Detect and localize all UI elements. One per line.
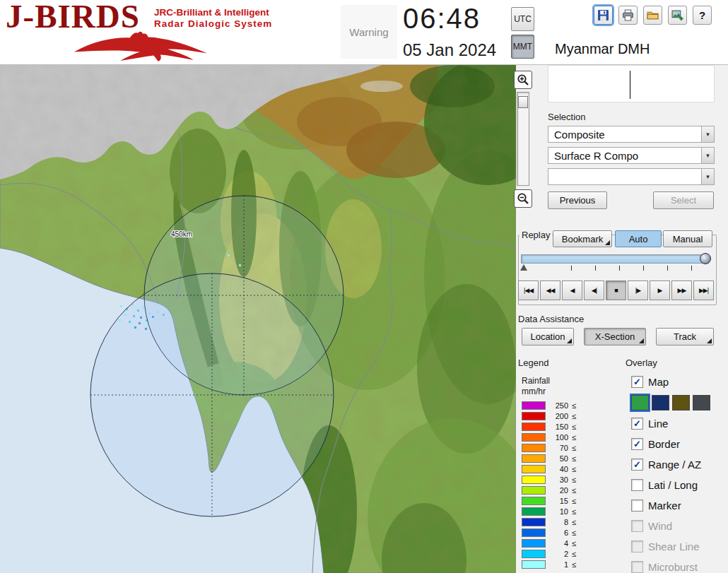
open-folder-button[interactable] [643,6,662,25]
legend-row: 40≤ [522,463,613,474]
map-style-swatch-1[interactable] [652,395,669,410]
da-button-label: X-Section [595,331,635,342]
legend-value: 1 [550,560,568,569]
checkbox[interactable] [631,500,643,512]
legend-swatch [522,433,546,442]
overlay-item-border[interactable]: ✓Border [631,434,723,454]
map-style-swatch-3[interactable] [693,395,710,410]
map-style-swatch-2[interactable] [672,395,690,410]
legend-swatch [522,507,546,516]
bookmark-label: Bookmark [562,234,604,244]
print-button[interactable] [618,6,638,25]
range-label: 450km [171,230,192,238]
legend-rows: 250≤200≤150≤100≤70≤50≤40≤30≤20≤15≤10≤8≤6… [522,400,613,569]
legend-lte-symbol: ≤ [572,550,576,558]
legend-lte-symbol: ≤ [572,465,576,473]
legend-row: 200≤ [522,410,613,421]
legend-row: 150≤ [522,421,613,432]
timeline-start-marker [520,264,527,271]
chevron-down-icon[interactable]: ▼ [701,148,714,163]
playback-button-8[interactable]: ▶▶| [693,280,714,300]
chevron-down-icon[interactable]: ▼ [701,169,714,184]
header-bar: J-BIRDS JRC-Brilliant & Intelligent Rada… [0,0,728,65]
overlay-item-marker[interactable]: Marker [631,495,723,516]
legend-row: 2≤ [522,548,613,559]
overlay-item-line[interactable]: ✓Line [631,413,723,434]
chevron-down-icon[interactable]: ▼ [701,126,714,142]
manual-button[interactable]: Manual [663,230,712,247]
radar-map[interactable]: 450km [0,65,516,573]
slider-tick [619,266,620,271]
legend-row: 8≤ [522,516,613,527]
overlay-item-shear-line: Shear Line [631,536,723,557]
help-button[interactable]: ? [693,6,712,25]
replay-timeline-thumb[interactable] [700,253,711,264]
open-folder-icon [647,9,659,21]
playback-button-3[interactable]: ◀| [584,280,604,300]
legend-lte-symbol: ≤ [572,401,576,410]
da-location-button[interactable]: Location [522,328,574,345]
legend-row: 4≤ [522,538,613,548]
app-logo-subtitle-1: JRC-Brilliant & Intelligent [154,7,269,18]
checked-checkbox[interactable]: ✓ [631,418,643,430]
checked-checkbox[interactable]: ✓ [631,376,643,388]
playback-button-5[interactable]: |▶ [628,280,648,300]
legend-unit-line1: Rainfall [522,376,550,386]
playback-button-7[interactable]: ▶▶ [671,280,692,300]
da-x-section-button[interactable]: X-Section [584,328,646,345]
checkbox[interactable] [631,479,643,491]
legend-value: 2 [550,550,568,558]
mmt-button[interactable]: MMT [511,35,534,59]
checkbox [631,540,643,553]
legend-row: 30≤ [522,474,613,485]
playback-button-2[interactable]: ◀ [562,280,582,300]
legend-swatch [522,475,546,484]
checked-checkbox[interactable]: ✓ [631,438,643,450]
playback-button-1[interactable]: ◀◀ [540,280,560,300]
zoom-out-button[interactable] [514,189,532,208]
warning-indicator[interactable]: Warning [341,5,397,59]
app-logo-subtitle-2: Radar Dialogic System [154,18,272,29]
zoom-in-button[interactable] [514,71,532,89]
slider-tick [571,266,572,271]
auto-button[interactable]: Auto [615,230,662,247]
playback-button-4[interactable]: ■ [606,280,626,300]
clock-time: 06:48 [403,3,481,35]
overlay-item-label: Line [648,418,668,430]
overlay-item-map[interactable]: ✓Map [631,372,723,392]
subproduct-dropdown[interactable]: Surface R Compo ▼ [548,147,715,164]
replay-label: Replay [519,230,552,240]
legend-value: 40 [550,465,568,473]
slider-tick [643,266,644,271]
overlay-item-range-az[interactable]: ✓Range / AZ [631,454,723,475]
clock-date: 05 Jan 2024 [403,40,496,60]
legend-row: 50≤ [522,453,613,463]
slider-tick [595,266,596,271]
legend-value: 200 [550,412,568,420]
map-style-swatch-0[interactable] [631,395,649,410]
playback-button-0[interactable]: |◀◀ [518,280,539,300]
organization-name: Myanmar DMH [555,41,650,57]
warning-label: Warning [349,26,388,38]
product-dropdown[interactable]: Composite ▼ [548,126,715,143]
bookmark-button[interactable]: Bookmark [553,230,612,247]
da-button-label: Track [674,331,696,342]
save-button[interactable] [594,6,613,25]
overlay-item-lati-long[interactable]: Lati / Long [631,475,723,495]
message-input[interactable] [548,65,715,102]
utc-button[interactable]: UTC [511,7,534,31]
checked-checkbox[interactable]: ✓ [631,459,643,471]
zoom-slider-thumb[interactable] [518,96,528,108]
playback-button-6[interactable]: ▶ [650,280,670,300]
legend-row: 100≤ [522,432,613,442]
data-assistance-label: Data Assistance [518,314,584,324]
overlay-item-label: Lati / Long [648,479,698,491]
data-assistance-row: LocationX-SectionTrack [522,328,714,345]
zoom-slider[interactable] [517,92,529,186]
da-track-button[interactable]: Track [656,328,714,345]
capture-image-button[interactable] [668,6,687,25]
option-dropdown[interactable]: ▼ [548,168,715,185]
replay-timeline-track[interactable] [521,254,709,264]
previous-button[interactable]: Previous [548,191,607,209]
legend-swatch [522,444,546,452]
